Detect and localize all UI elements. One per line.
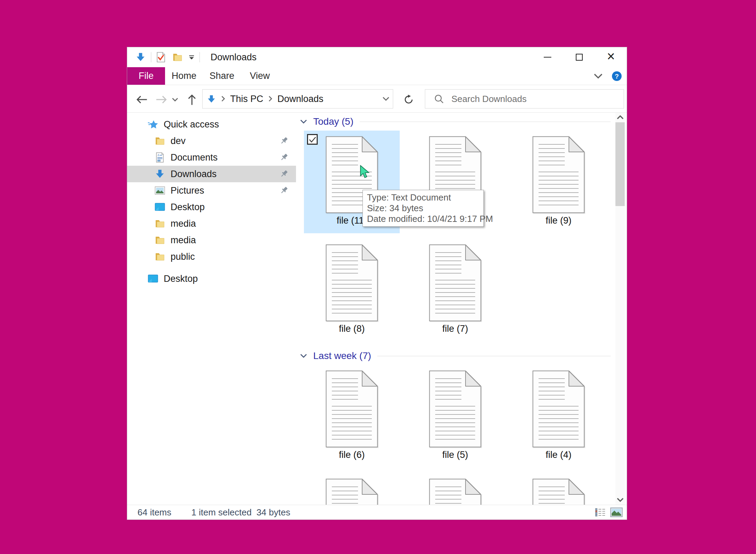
sidebar-item-pictures[interactable]: Pictures (127, 182, 296, 199)
new-folder-icon[interactable] (172, 53, 183, 62)
file-tile-file-9[interactable]: file (9) (507, 131, 610, 239)
item-checkbox[interactable] (307, 134, 318, 145)
file-grid: file (11) file (10) file (9) file (8) fi… (296, 131, 611, 347)
file-tile-file-8[interactable]: file (8) (300, 239, 403, 347)
file-tile-partial[interactable] (403, 473, 507, 505)
text-document-icon (429, 370, 481, 448)
sidebar-item-public[interactable]: public (127, 248, 296, 265)
maximize-icon (576, 54, 583, 61)
address-dropdown-chevron-icon[interactable] (382, 96, 389, 101)
scroll-up-button[interactable] (615, 113, 625, 122)
navigation-toolbar: This PC Downloads (127, 85, 627, 113)
address-bar[interactable]: This PC Downloads (202, 89, 393, 109)
sidebar-item-label: Desktop (164, 274, 198, 284)
group-label: Last week (7) (313, 350, 371, 361)
sidebar-item-media[interactable]: media (127, 232, 296, 248)
tab-share[interactable]: Share (203, 67, 241, 85)
chevron-up-icon (617, 115, 624, 120)
sidebar-item-quick-access[interactable]: Quick access (127, 116, 296, 133)
refresh-icon (403, 94, 414, 105)
help-icon[interactable]: ? (612, 71, 622, 81)
back-arrow-icon (136, 95, 147, 104)
back-button[interactable] (135, 93, 149, 106)
tooltip-size: Size: 34 bytes (367, 203, 479, 214)
file-name: file (8) (300, 324, 403, 334)
vertical-scrollbar[interactable] (615, 113, 625, 505)
forward-button[interactable] (155, 93, 168, 106)
file-grid: file (6) file (5) file (4) (296, 365, 611, 505)
file-tile-file-6[interactable]: file (6) (300, 365, 403, 473)
quick-access-toolbar (127, 52, 205, 62)
pin-icon (279, 169, 288, 178)
breadcrumb-downloads[interactable]: Downloads (277, 94, 324, 104)
large-icons-view-button[interactable] (610, 507, 623, 517)
sidebar-item-dev[interactable]: dev (127, 133, 296, 149)
sidebar-item-desktop[interactable]: Desktop (127, 270, 296, 287)
status-bar: 64 items 1 item selected 34 bytes (127, 505, 627, 520)
file-tile-partial[interactable] (507, 473, 610, 505)
chevron-down-icon (300, 119, 307, 124)
group-header-today-5[interactable]: Today (5) (296, 113, 615, 131)
tab-file[interactable]: File (127, 67, 165, 85)
up-button[interactable] (185, 93, 199, 106)
recent-locations-button[interactable] (169, 93, 181, 106)
folder-icon (154, 219, 166, 228)
downloads-folder-icon (207, 94, 216, 104)
group-header-last-week-7[interactable]: Last week (7) (296, 347, 615, 365)
folder-icon (154, 236, 166, 245)
close-icon: × (607, 49, 615, 63)
text-document-icon (326, 479, 378, 505)
properties-check-icon[interactable] (156, 52, 165, 62)
chevron-down-icon (300, 353, 307, 358)
scrollbar-thumb[interactable] (615, 122, 625, 206)
mouse-cursor (360, 165, 370, 179)
tab-view[interactable]: View (241, 67, 279, 85)
file-name: file (9) (507, 215, 610, 226)
items-count: 64 items (137, 507, 171, 518)
file-tile-file-7[interactable]: file (7) (403, 239, 507, 347)
sidebar-item-downloads[interactable]: Downloads (127, 166, 296, 182)
tab-home[interactable]: Home (165, 67, 203, 85)
chevron-down-icon (172, 98, 178, 102)
file-tile-file-5[interactable]: file (5) (403, 365, 507, 473)
sidebar-item-desktop[interactable]: Desktop (127, 199, 296, 215)
chevron-down-icon (617, 497, 624, 502)
search-input[interactable] (451, 94, 603, 104)
minimize-icon (544, 57, 551, 58)
refresh-button[interactable] (402, 93, 416, 106)
sidebar-item-label: public (171, 252, 195, 262)
file-tile-partial[interactable] (300, 473, 403, 505)
text-document-icon (326, 244, 378, 321)
customize-toolbar-dropdown-icon[interactable] (189, 55, 194, 60)
file-tooltip: Type: Text Document Size: 34 bytes Date … (362, 190, 484, 227)
sidebar-item-documents[interactable]: ADocuments (127, 149, 296, 166)
sidebar-item-label: media (171, 218, 196, 229)
scroll-down-button[interactable] (615, 495, 625, 505)
search-icon (434, 94, 444, 104)
title-bar: Downloads × (127, 47, 627, 67)
details-view-button[interactable] (595, 508, 605, 516)
sidebar-item-label: Downloads (171, 169, 217, 179)
sidebar-item-label: Pictures (171, 185, 204, 196)
sidebar-item-label: dev (171, 136, 186, 146)
main-area: Quick accessdevADocumentsDownloadsPictur… (127, 113, 627, 505)
tooltip-type: Type: Text Document (367, 192, 479, 203)
maximize-button[interactable] (563, 47, 595, 67)
file-explorer-window: Downloads × File Home Share View ? This … (127, 47, 627, 520)
group-divider (377, 356, 611, 356)
search-box[interactable] (425, 89, 624, 109)
star-icon (147, 120, 159, 129)
file-tile-file-4[interactable]: file (4) (507, 365, 610, 473)
expand-ribbon-chevron-icon[interactable] (594, 73, 603, 79)
breadcrumb-this-pc[interactable]: This PC (230, 94, 263, 104)
desktop-icon (147, 275, 159, 283)
minimize-button[interactable] (532, 47, 563, 67)
file-name: file (4) (507, 450, 610, 460)
close-button[interactable]: × (595, 47, 627, 67)
sidebar-item-media[interactable]: media (127, 215, 296, 232)
downloads-icon (154, 169, 166, 179)
sidebar-item-label: Documents (171, 152, 218, 163)
breadcrumb-chevron-icon (267, 97, 273, 101)
tooltip-date: Date modified: 10/4/21 9:17 PM (367, 214, 479, 224)
svg-text:A: A (157, 154, 160, 157)
